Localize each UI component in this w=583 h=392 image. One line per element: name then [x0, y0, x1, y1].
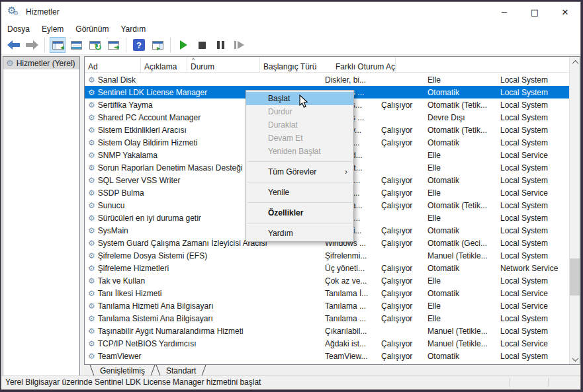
menubar-item[interactable]: Eylem: [36, 23, 69, 35]
services-gear-icon: ⚙⚙: [7, 5, 21, 19]
forward-button[interactable]: [24, 37, 40, 53]
service-logon-as: Local System: [498, 226, 570, 235]
export-list-button[interactable]: ➜: [105, 37, 121, 53]
context-menu-item[interactable]: Yardım: [246, 227, 353, 240]
service-gear-icon: ⚙: [88, 327, 95, 336]
tab-label: Genişletilmiş: [100, 366, 145, 375]
tree-item-services-local[interactable]: ⚙ Hizmetler (Yerel): [3, 57, 79, 69]
menubar-item[interactable]: Görünüm: [69, 23, 114, 35]
menubar-item[interactable]: Dosya: [1, 23, 36, 35]
column-header[interactable]: Başlangıç Türü: [260, 57, 332, 73]
table-row[interactable]: ⚙TCP/IP NetBIOS Yardımcısı Ağdaki ist...…: [85, 337, 570, 350]
service-startup-type: Elle: [425, 301, 498, 311]
scroll-up-button[interactable]: [570, 57, 580, 67]
service-startup-type: Otomatik: [425, 176, 498, 185]
service-name: Şifreleme Dosya Sistemi (EFS): [98, 251, 207, 260]
show-action-pane-button[interactable]: ▸: [150, 37, 165, 53]
context-menu-item-label: Yardım: [268, 229, 293, 238]
service-status: Çalışıyor: [379, 176, 425, 185]
pause-service-button[interactable]: [212, 37, 228, 53]
service-name: Sanal Disk: [98, 75, 136, 85]
service-name: Sorun Raporları Denetim Masası Desteği: [98, 163, 243, 173]
action-pane-icon: ▸: [152, 41, 163, 50]
console-tree-panel: ⚙ Hizmetler (Yerel): [3, 56, 80, 377]
table-row[interactable]: ⚙TeamViewer TeamView... Çalışıyor Otomat…: [85, 350, 570, 362]
start-icon: [179, 40, 187, 50]
table-row[interactable]: ⚙Taşınabilir Aygıt Numaralandırma Hizmet…: [85, 325, 570, 337]
service-description: Çıkarılabil...: [322, 327, 379, 336]
restart-icon: [234, 41, 244, 49]
maximize-button[interactable]: □: [519, 2, 550, 22]
table-row[interactable]: ⚙Tanılama Sistemi Ana Bilgisayarı Tanıla…: [85, 312, 570, 325]
context-menu-item-label: Duraklat: [268, 120, 298, 130]
context-menu-item[interactable]: Duraklat: [246, 118, 353, 132]
back-arrow-icon: [7, 40, 20, 50]
table-row[interactable]: ⚙Tanı İlkesi Hizmeti Tanılama İ... Çalış…: [85, 287, 570, 299]
context-menu-item[interactable]: Yenile: [246, 186, 353, 199]
service-startup-type: Otomatik (Tetik...: [425, 126, 498, 135]
status-text: Yerel Bilgisayar üzerinde Sentinel LDK L…: [5, 377, 261, 387]
back-button[interactable]: [5, 37, 21, 53]
start-service-button[interactable]: [175, 37, 191, 53]
close-button[interactable]: ✕: [550, 2, 580, 22]
column-header[interactable]: Farklı Oturum Aç: [332, 57, 396, 73]
submenu-arrow-icon: ›: [345, 165, 347, 178]
service-logon-as: Local System: [498, 75, 570, 85]
service-gear-icon: ⚙: [88, 138, 95, 147]
service-logon-as: Local System: [498, 251, 570, 260]
context-menu-item[interactable]: Özellikler: [246, 206, 353, 219]
service-startup-type: Otomatik (Tetik...: [425, 201, 498, 210]
service-description: Tanılama ...: [322, 301, 379, 311]
table-row[interactable]: ⚙Şifreleme Hizmetleri Üç yöneti... Çalış…: [85, 262, 570, 274]
menu-separator: [247, 161, 352, 162]
service-startup-type: Otomatik: [425, 138, 498, 147]
properties-button[interactable]: [68, 37, 84, 53]
service-status: Çalışıyor: [379, 239, 425, 248]
service-startup-type: Elle: [425, 314, 498, 323]
service-startup-type: Elle: [425, 75, 498, 85]
scroll-down-button[interactable]: [570, 354, 580, 364]
refresh-button[interactable]: ↻: [87, 37, 103, 53]
context-menu-item[interactable]: Devam Et: [246, 132, 353, 145]
service-gear-icon: ⚙: [88, 75, 95, 85]
context-menu-item[interactable]: Yeniden Başlat: [246, 145, 353, 158]
service-startup-type: Devre Dışı: [425, 113, 498, 122]
column-header[interactable]: Ad: [85, 57, 141, 73]
table-row[interactable]: ⚙Sanal Disk Diskler, bi... Elle Local Sy…: [85, 73, 570, 86]
service-status: Çalışıyor: [379, 138, 425, 147]
service-name: Sentinel LDK License Manager: [98, 88, 207, 97]
column-header[interactable]: Açıklama: [141, 57, 187, 73]
stop-service-button[interactable]: [194, 37, 210, 53]
menubar-item[interactable]: Yardım: [114, 23, 152, 35]
refresh-icon: ↻: [89, 41, 101, 50]
pause-icon: [217, 41, 224, 49]
service-description: Şifrelenmi...: [322, 251, 379, 260]
column-header[interactable]: Durum: [187, 57, 260, 73]
table-row[interactable]: ⚙Tak ve Kullan Çok az ve... Çalışıyor El…: [85, 274, 570, 287]
service-logon-as: Local System: [498, 113, 570, 122]
minimize-button[interactable]: ─: [489, 2, 519, 22]
help-button[interactable]: ?: [131, 37, 147, 53]
table-row[interactable]: ⚙Tanılama Hizmeti Ana Bilgisayarı Tanıla…: [85, 299, 570, 312]
service-description: Diskler, bi...: [322, 75, 379, 85]
table-row[interactable]: ⚙Şifreleme Dosya Sistemi (EFS) Şifrelenm…: [85, 249, 570, 262]
service-status: Çalışıyor: [379, 126, 425, 135]
service-logon-as: Local Service: [498, 151, 570, 160]
context-menu-item[interactable]: Tüm Görevler ›: [246, 165, 353, 178]
properties-icon: [71, 41, 82, 50]
service-gear-icon: ⚙: [88, 188, 95, 198]
vertical-scrollbar[interactable]: [569, 57, 580, 364]
service-name: Sunucu: [98, 201, 125, 210]
service-startup-type: Otomatik: [425, 352, 498, 361]
stop-icon: [199, 42, 206, 49]
context-menu-item-label: Yenile: [268, 188, 289, 197]
service-name: Shared PC Account Manager: [98, 113, 201, 122]
service-logon-as: Local System: [498, 163, 570, 173]
show-console-tree-button[interactable]: ◂: [50, 37, 66, 53]
service-gear-icon: ⚙: [88, 126, 95, 135]
scrollbar-thumb[interactable]: [570, 258, 580, 295]
service-name: Sürücüleri en iyi duruma getir: [98, 214, 201, 223]
service-status: Çalışıyor: [379, 314, 425, 323]
restart-service-button[interactable]: [231, 37, 247, 53]
service-status: Çalışıyor: [379, 188, 425, 198]
